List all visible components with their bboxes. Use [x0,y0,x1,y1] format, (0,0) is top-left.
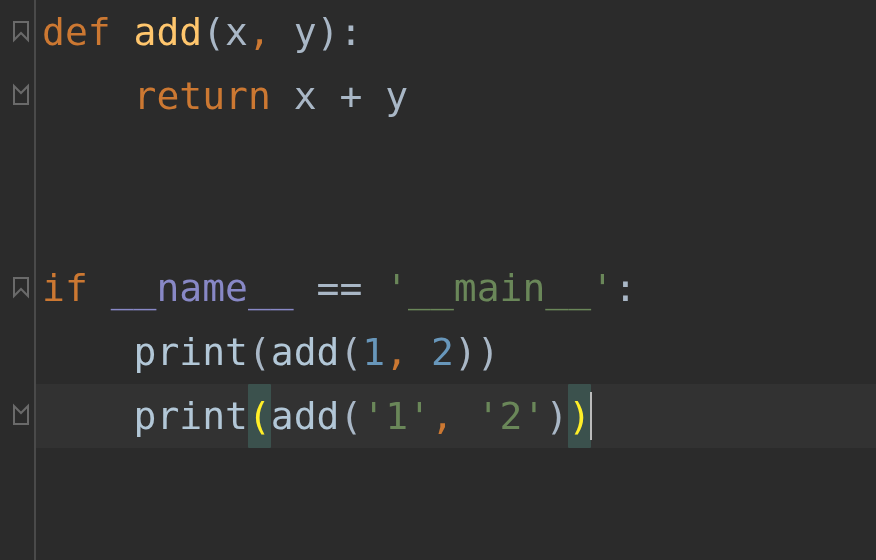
code-token [454,394,477,438]
code-token: print [134,330,248,374]
gutter [0,0,36,560]
code-token: 1 [362,330,385,374]
code-token: ) [568,384,591,448]
code-line[interactable] [36,192,876,256]
code-token: print [134,394,248,438]
code-line[interactable] [36,128,876,192]
code-token: add [134,10,203,54]
text-caret [590,392,592,440]
code-token: return [134,74,294,118]
fold-collapse-icon[interactable] [10,18,32,44]
code-token: ( [339,394,362,438]
code-token: '2' [477,394,546,438]
code-line[interactable]: return x + y [36,64,876,128]
code-token: '__main__' [385,266,614,310]
code-token: )) [454,330,500,374]
code-token: : [614,266,637,310]
code-token: ( [248,384,271,448]
code-token: (x [202,10,248,54]
code-token: y [362,74,408,118]
code-token: ( [339,330,362,374]
code-token: if [42,266,111,310]
code-token: 2 [431,330,454,374]
code-token: add [271,330,340,374]
code-line[interactable]: print(add(1, 2)) [36,320,876,384]
code-token [408,330,431,374]
code-editor[interactable]: def add(x, y):return x + yif __name__ ==… [0,0,876,560]
code-token: __name__ [111,266,317,310]
code-token: x [294,74,340,118]
fold-end-icon [10,82,32,108]
code-token: == [317,266,386,310]
code-token: '1' [362,394,431,438]
code-token: , [431,394,454,438]
fold-end-icon [10,402,32,428]
code-line[interactable]: if __name__ == '__main__': [36,256,876,320]
code-token: , [385,330,408,374]
code-token: ) [545,394,568,438]
code-line[interactable]: print(add('1', '2')) [36,384,876,448]
code-token: + [339,74,362,118]
code-token: y): [271,10,363,54]
code-token: , [248,10,271,54]
code-token: add [271,394,340,438]
code-token: def [42,10,134,54]
code-token: ( [248,330,271,374]
code-area[interactable]: def add(x, y):return x + yif __name__ ==… [36,0,876,560]
fold-collapse-icon[interactable] [10,274,32,300]
code-line[interactable]: def add(x, y): [36,0,876,64]
